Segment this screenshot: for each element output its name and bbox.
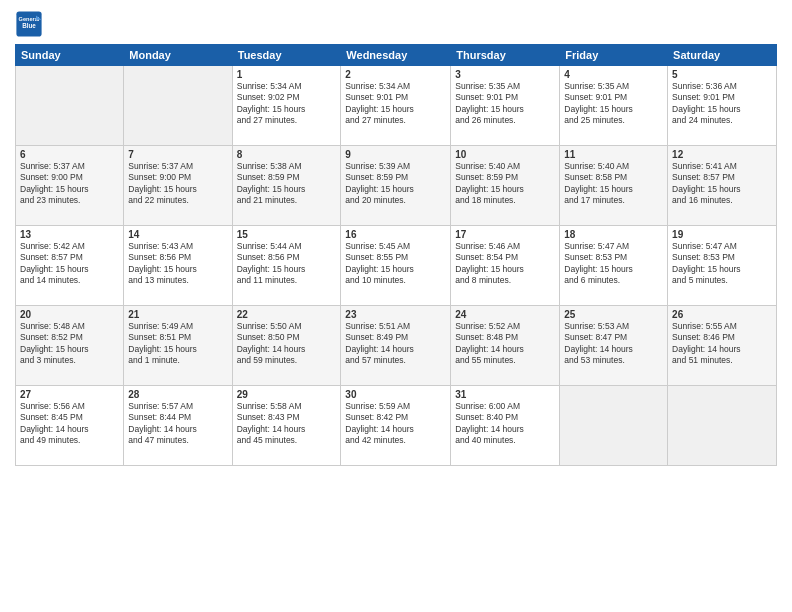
weekday-header: Thursday [451, 45, 560, 66]
day-number: 20 [20, 309, 119, 320]
day-number: 10 [455, 149, 555, 160]
day-info: Sunrise: 5:40 AM Sunset: 8:58 PM Dayligh… [564, 161, 663, 207]
calendar-cell: 8Sunrise: 5:38 AM Sunset: 8:59 PM Daylig… [232, 146, 341, 226]
day-number: 23 [345, 309, 446, 320]
day-info: Sunrise: 5:38 AM Sunset: 8:59 PM Dayligh… [237, 161, 337, 207]
calendar-cell: 18Sunrise: 5:47 AM Sunset: 8:53 PM Dayli… [560, 226, 668, 306]
day-info: Sunrise: 5:49 AM Sunset: 8:51 PM Dayligh… [128, 321, 227, 367]
day-number: 24 [455, 309, 555, 320]
day-number: 16 [345, 229, 446, 240]
day-number: 17 [455, 229, 555, 240]
day-number: 1 [237, 69, 337, 80]
calendar-week-row: 6Sunrise: 5:37 AM Sunset: 9:00 PM Daylig… [16, 146, 777, 226]
day-number: 21 [128, 309, 227, 320]
day-info: Sunrise: 5:35 AM Sunset: 9:01 PM Dayligh… [564, 81, 663, 127]
calendar-cell: 2Sunrise: 5:34 AM Sunset: 9:01 PM Daylig… [341, 66, 451, 146]
calendar-cell: 23Sunrise: 5:51 AM Sunset: 8:49 PM Dayli… [341, 306, 451, 386]
calendar-week-row: 27Sunrise: 5:56 AM Sunset: 8:45 PM Dayli… [16, 386, 777, 466]
day-info: Sunrise: 5:57 AM Sunset: 8:44 PM Dayligh… [128, 401, 227, 447]
day-info: Sunrise: 5:59 AM Sunset: 8:42 PM Dayligh… [345, 401, 446, 447]
logo: General Blue [15, 10, 47, 38]
day-info: Sunrise: 5:37 AM Sunset: 9:00 PM Dayligh… [20, 161, 119, 207]
calendar-cell [560, 386, 668, 466]
day-info: Sunrise: 5:42 AM Sunset: 8:57 PM Dayligh… [20, 241, 119, 287]
day-info: Sunrise: 5:43 AM Sunset: 8:56 PM Dayligh… [128, 241, 227, 287]
day-info: Sunrise: 5:45 AM Sunset: 8:55 PM Dayligh… [345, 241, 446, 287]
calendar-cell: 11Sunrise: 5:40 AM Sunset: 8:58 PM Dayli… [560, 146, 668, 226]
calendar-cell: 4Sunrise: 5:35 AM Sunset: 9:01 PM Daylig… [560, 66, 668, 146]
day-info: Sunrise: 5:47 AM Sunset: 8:53 PM Dayligh… [672, 241, 772, 287]
calendar-cell: 27Sunrise: 5:56 AM Sunset: 8:45 PM Dayli… [16, 386, 124, 466]
day-info: Sunrise: 5:41 AM Sunset: 8:57 PM Dayligh… [672, 161, 772, 207]
calendar-cell: 13Sunrise: 5:42 AM Sunset: 8:57 PM Dayli… [16, 226, 124, 306]
calendar-cell [124, 66, 232, 146]
logo-icon: General Blue [15, 10, 43, 38]
day-number: 27 [20, 389, 119, 400]
day-number: 30 [345, 389, 446, 400]
calendar-cell: 24Sunrise: 5:52 AM Sunset: 8:48 PM Dayli… [451, 306, 560, 386]
day-info: Sunrise: 5:48 AM Sunset: 8:52 PM Dayligh… [20, 321, 119, 367]
day-number: 25 [564, 309, 663, 320]
weekday-header: Saturday [668, 45, 777, 66]
day-number: 26 [672, 309, 772, 320]
day-number: 5 [672, 69, 772, 80]
calendar-cell: 16Sunrise: 5:45 AM Sunset: 8:55 PM Dayli… [341, 226, 451, 306]
day-number: 19 [672, 229, 772, 240]
day-number: 22 [237, 309, 337, 320]
calendar-cell: 19Sunrise: 5:47 AM Sunset: 8:53 PM Dayli… [668, 226, 777, 306]
weekday-header: Sunday [16, 45, 124, 66]
day-info: Sunrise: 5:58 AM Sunset: 8:43 PM Dayligh… [237, 401, 337, 447]
calendar-week-row: 1Sunrise: 5:34 AM Sunset: 9:02 PM Daylig… [16, 66, 777, 146]
calendar-cell: 15Sunrise: 5:44 AM Sunset: 8:56 PM Dayli… [232, 226, 341, 306]
day-info: Sunrise: 5:40 AM Sunset: 8:59 PM Dayligh… [455, 161, 555, 207]
calendar-cell: 6Sunrise: 5:37 AM Sunset: 9:00 PM Daylig… [16, 146, 124, 226]
calendar-cell: 29Sunrise: 5:58 AM Sunset: 8:43 PM Dayli… [232, 386, 341, 466]
calendar-cell [668, 386, 777, 466]
svg-text:Blue: Blue [22, 22, 36, 29]
calendar-cell: 10Sunrise: 5:40 AM Sunset: 8:59 PM Dayli… [451, 146, 560, 226]
day-number: 4 [564, 69, 663, 80]
day-info: Sunrise: 5:36 AM Sunset: 9:01 PM Dayligh… [672, 81, 772, 127]
day-number: 6 [20, 149, 119, 160]
calendar-header-row: SundayMondayTuesdayWednesdayThursdayFrid… [16, 45, 777, 66]
weekday-header: Wednesday [341, 45, 451, 66]
weekday-header: Tuesday [232, 45, 341, 66]
calendar-cell: 31Sunrise: 6:00 AM Sunset: 8:40 PM Dayli… [451, 386, 560, 466]
day-info: Sunrise: 5:47 AM Sunset: 8:53 PM Dayligh… [564, 241, 663, 287]
weekday-header: Monday [124, 45, 232, 66]
day-number: 18 [564, 229, 663, 240]
calendar-body: 1Sunrise: 5:34 AM Sunset: 9:02 PM Daylig… [16, 66, 777, 466]
day-number: 9 [345, 149, 446, 160]
day-info: Sunrise: 5:56 AM Sunset: 8:45 PM Dayligh… [20, 401, 119, 447]
calendar-week-row: 20Sunrise: 5:48 AM Sunset: 8:52 PM Dayli… [16, 306, 777, 386]
day-info: Sunrise: 5:55 AM Sunset: 8:46 PM Dayligh… [672, 321, 772, 367]
day-info: Sunrise: 5:37 AM Sunset: 9:00 PM Dayligh… [128, 161, 227, 207]
calendar-cell: 26Sunrise: 5:55 AM Sunset: 8:46 PM Dayli… [668, 306, 777, 386]
calendar-cell: 20Sunrise: 5:48 AM Sunset: 8:52 PM Dayli… [16, 306, 124, 386]
day-number: 28 [128, 389, 227, 400]
calendar-cell: 9Sunrise: 5:39 AM Sunset: 8:59 PM Daylig… [341, 146, 451, 226]
calendar-cell: 21Sunrise: 5:49 AM Sunset: 8:51 PM Dayli… [124, 306, 232, 386]
day-info: Sunrise: 5:53 AM Sunset: 8:47 PM Dayligh… [564, 321, 663, 367]
day-info: Sunrise: 5:44 AM Sunset: 8:56 PM Dayligh… [237, 241, 337, 287]
day-info: Sunrise: 5:51 AM Sunset: 8:49 PM Dayligh… [345, 321, 446, 367]
calendar-cell: 22Sunrise: 5:50 AM Sunset: 8:50 PM Dayli… [232, 306, 341, 386]
calendar-cell: 14Sunrise: 5:43 AM Sunset: 8:56 PM Dayli… [124, 226, 232, 306]
day-info: Sunrise: 6:00 AM Sunset: 8:40 PM Dayligh… [455, 401, 555, 447]
calendar-cell: 5Sunrise: 5:36 AM Sunset: 9:01 PM Daylig… [668, 66, 777, 146]
calendar-cell: 17Sunrise: 5:46 AM Sunset: 8:54 PM Dayli… [451, 226, 560, 306]
day-number: 7 [128, 149, 227, 160]
calendar-cell [16, 66, 124, 146]
calendar-cell: 12Sunrise: 5:41 AM Sunset: 8:57 PM Dayli… [668, 146, 777, 226]
calendar-cell: 28Sunrise: 5:57 AM Sunset: 8:44 PM Dayli… [124, 386, 232, 466]
day-number: 2 [345, 69, 446, 80]
day-number: 12 [672, 149, 772, 160]
day-number: 14 [128, 229, 227, 240]
day-number: 3 [455, 69, 555, 80]
calendar-cell: 7Sunrise: 5:37 AM Sunset: 9:00 PM Daylig… [124, 146, 232, 226]
day-number: 31 [455, 389, 555, 400]
day-info: Sunrise: 5:46 AM Sunset: 8:54 PM Dayligh… [455, 241, 555, 287]
calendar-cell: 3Sunrise: 5:35 AM Sunset: 9:01 PM Daylig… [451, 66, 560, 146]
day-number: 11 [564, 149, 663, 160]
weekday-header: Friday [560, 45, 668, 66]
